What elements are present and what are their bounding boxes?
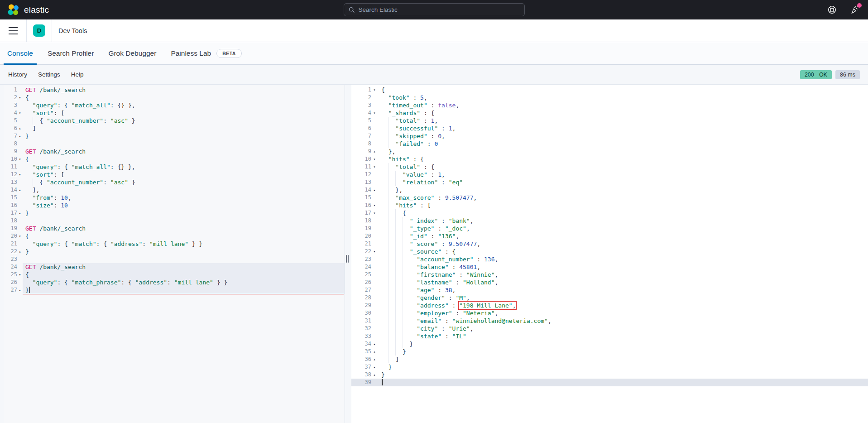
response-viewer[interactable]: 1▾{2 "took" : 5,3 "timed_out" : false,4▾…: [351, 85, 868, 423]
code-content[interactable]: {: [23, 232, 345, 240]
code-line[interactable]: 23 "account_number" : 136,: [351, 255, 868, 263]
code-line[interactable]: 7▴}: [4, 132, 345, 140]
code-line[interactable]: 23: [4, 255, 345, 263]
code-content[interactable]: }: [23, 132, 345, 140]
code-line[interactable]: 9▴ },: [351, 148, 868, 155]
code-content[interactable]: ],: [23, 186, 345, 194]
code-content[interactable]: GET /bank/_search: [23, 263, 345, 271]
fold-toggle-icon[interactable]: ▾: [371, 248, 378, 255]
fold-toggle-icon[interactable]: ▴: [17, 186, 23, 194]
code-line[interactable]: 18 "_index" : "bank",: [351, 217, 868, 225]
code-content[interactable]: "_shards" : {: [378, 109, 868, 117]
code-content[interactable]: {: [378, 86, 868, 94]
code-content[interactable]: "relation" : "eq": [378, 178, 868, 186]
fold-toggle-icon[interactable]: ▴: [371, 186, 378, 194]
fold-toggle-icon[interactable]: ▴: [17, 209, 23, 217]
fold-toggle-icon[interactable]: ▾: [371, 163, 378, 171]
code-line[interactable]: 29 "address" : "198 Mill Lane",: [351, 302, 868, 309]
code-content[interactable]: "_id" : "136",: [378, 232, 868, 240]
code-line[interactable]: 13 "relation" : "eq": [351, 178, 868, 186]
code-content[interactable]: "total" : {: [378, 163, 868, 171]
code-line[interactable]: 31 "email" : "winnieholland@neteria.com"…: [351, 317, 868, 325]
code-line[interactable]: 21 "_score" : 9.507477,: [351, 240, 868, 248]
fold-toggle-icon[interactable]: ▴: [17, 125, 23, 132]
code-line[interactable]: 27▴}: [4, 286, 345, 294]
search-input[interactable]: [359, 6, 520, 13]
code-line[interactable]: 27 "age" : 38,: [351, 286, 868, 294]
panel-resize-handle[interactable]: [346, 255, 350, 263]
fold-toggle-icon[interactable]: ▾: [371, 155, 378, 163]
fold-toggle-icon[interactable]: ▴: [371, 340, 378, 348]
code-content[interactable]: "value" : 1,: [378, 171, 868, 178]
code-content[interactable]: "sort": [: [23, 171, 345, 178]
code-line[interactable]: 9GET /bank/_search: [4, 148, 345, 155]
code-line[interactable]: 35▴ }: [351, 348, 868, 356]
code-line[interactable]: 6 "successful" : 1,: [351, 125, 868, 132]
fold-toggle-icon[interactable]: ▾: [17, 232, 23, 240]
code-line[interactable]: 32 "city" : "Urie",: [351, 325, 868, 332]
code-line[interactable]: 24GET /bank/_search: [4, 263, 345, 271]
code-line[interactable]: 20 "_id" : "136",: [351, 232, 868, 240]
toolbar-link-settings[interactable]: Settings: [38, 71, 60, 78]
code-content[interactable]: {: [23, 271, 345, 279]
code-line[interactable]: 1GET /bank/_search: [4, 86, 345, 94]
fold-toggle-icon[interactable]: ▾: [371, 202, 378, 209]
code-content[interactable]: "total" : 1,: [378, 117, 868, 125]
fold-toggle-icon[interactable]: ▴: [371, 363, 378, 371]
toolbar-link-history[interactable]: History: [8, 71, 27, 78]
tab-search-profiler[interactable]: Search Profiler: [48, 42, 94, 64]
code-line[interactable]: 25▾{: [4, 271, 345, 279]
code-line[interactable]: 4▾ "_shards" : {: [351, 109, 868, 117]
code-content[interactable]: {: [23, 94, 345, 101]
code-line[interactable]: 10▾{: [4, 155, 345, 163]
code-line[interactable]: 18: [4, 217, 345, 225]
code-content[interactable]: { "account_number": "asc" }: [23, 178, 345, 186]
code-content[interactable]: "firstname" : "Winnie",: [378, 271, 868, 279]
code-content[interactable]: "email" : "winnieholland@neteria.com",: [378, 317, 868, 325]
code-line[interactable]: 19 "_type" : "_doc",: [351, 225, 868, 232]
code-line[interactable]: 4▾ "sort": [: [4, 109, 345, 117]
code-line[interactable]: 33 "state" : "IL": [351, 332, 868, 340]
code-content[interactable]: "timed_out" : false,: [378, 101, 868, 109]
code-line[interactable]: 5 "total" : 1,: [351, 117, 868, 125]
code-content[interactable]: {: [23, 155, 345, 163]
code-content[interactable]: {: [378, 209, 868, 217]
code-content[interactable]: "from": 10,: [23, 194, 345, 202]
code-content[interactable]: "max_score" : 9.507477,: [378, 194, 868, 202]
code-line[interactable]: 3 "timed_out" : false,: [351, 101, 868, 109]
code-content[interactable]: "query": { "match": { "address": "mill l…: [23, 240, 345, 248]
fold-toggle-icon[interactable]: ▴: [371, 371, 378, 379]
fold-toggle-icon[interactable]: ▾: [17, 155, 23, 163]
code-line[interactable]: 17▾ {: [351, 209, 868, 217]
code-line[interactable]: 25 "firstname" : "Winnie",: [351, 271, 868, 279]
fold-toggle-icon[interactable]: ▾: [17, 171, 23, 178]
code-line[interactable]: 26 "lastname" : "Holland",: [351, 279, 868, 286]
code-line[interactable]: 1▾{: [351, 86, 868, 94]
fold-toggle-icon[interactable]: ▴: [17, 132, 23, 140]
code-line[interactable]: 14▴ },: [351, 186, 868, 194]
code-content[interactable]: "query": { "match_all": {} },: [23, 101, 345, 109]
fold-toggle-icon[interactable]: ▾: [371, 86, 378, 94]
code-content[interactable]: "age" : 38,: [378, 286, 868, 294]
code-line[interactable]: 8 "failed" : 0: [351, 140, 868, 148]
code-content[interactable]: }: [378, 340, 868, 348]
elastic-brand[interactable]: elastic: [7, 4, 49, 16]
code-line[interactable]: 16▾ "hits" : [: [351, 202, 868, 209]
code-line[interactable]: 6▴ ]: [4, 125, 345, 132]
code-line[interactable]: 34▴ }: [351, 340, 868, 348]
code-content[interactable]: "skipped" : 0,: [378, 132, 868, 140]
code-content[interactable]: },: [378, 148, 868, 155]
code-content[interactable]: GET /bank/_search: [23, 148, 345, 155]
global-search[interactable]: [344, 3, 525, 16]
code-line[interactable]: 11▾ "total" : {: [351, 163, 868, 171]
code-line[interactable]: 39: [351, 379, 868, 386]
code-content[interactable]: [23, 140, 345, 148]
code-content[interactable]: "took" : 5,: [378, 94, 868, 101]
code-line[interactable]: 20▾{: [4, 232, 345, 240]
fold-toggle-icon[interactable]: ▴: [371, 356, 378, 363]
code-line[interactable]: 14▴ ],: [4, 186, 345, 194]
tab-painless-lab[interactable]: Painless LabBETA: [171, 42, 242, 64]
code-content[interactable]: ]: [23, 125, 345, 132]
fold-toggle-icon[interactable]: ▾: [17, 109, 23, 117]
code-content[interactable]: "gender" : "M",: [378, 294, 868, 302]
